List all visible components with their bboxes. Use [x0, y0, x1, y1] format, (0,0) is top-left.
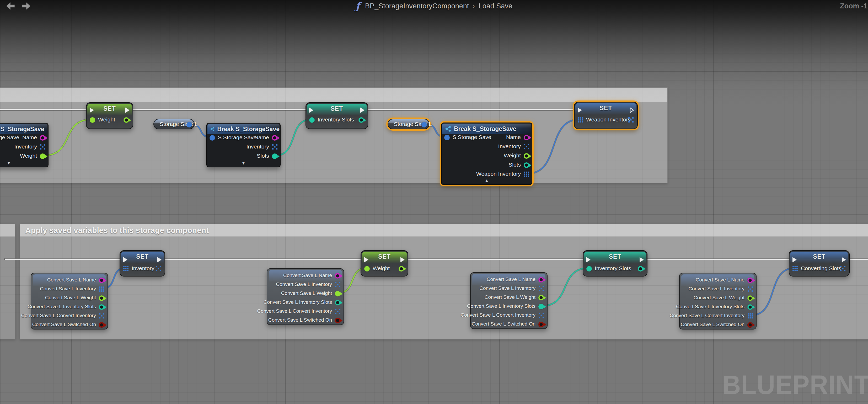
pin-bool[interactable] [747, 322, 753, 328]
pin-array[interactable] [539, 286, 544, 291]
pin-float[interactable] [538, 295, 544, 300]
set-weight-bottom[interactable]: SETWeight [361, 250, 408, 277]
collapse-node-icon[interactable]: ▲ [442, 178, 532, 183]
get-convert-save-a[interactable]: Convert Save L NameConvert Save L Invent… [31, 273, 108, 330]
set-inventory-slots-top[interactable]: SETInventory Slots [306, 102, 368, 129]
exec-in-pin[interactable] [309, 107, 314, 114]
pin-array[interactable] [840, 266, 845, 271]
pin-array[interactable] [272, 144, 277, 150]
pin-int[interactable] [99, 304, 104, 310]
pin-array[interactable] [524, 144, 529, 149]
pin-array[interactable] [539, 313, 544, 318]
output-pin-label: Name [506, 134, 521, 141]
break-storagesave-left[interactable]: Break S_StorageSaveS Storage SaveNameInv… [0, 123, 49, 167]
expand-node-icon[interactable]: ▼ [0, 160, 48, 166]
property-label: Weight [98, 117, 115, 123]
pin-bool[interactable] [335, 318, 340, 323]
pin-float-connected[interactable] [90, 117, 95, 123]
exec-out-pin[interactable] [841, 256, 846, 264]
exec-out-pin[interactable] [400, 256, 405, 264]
pin-name[interactable] [747, 278, 753, 283]
exec-in-pin[interactable] [89, 107, 94, 114]
set-inventory-bottom[interactable]: SETInventory [120, 250, 165, 277]
pin-int[interactable] [359, 117, 364, 123]
pin-name[interactable] [40, 135, 45, 141]
exec-out-pin[interactable] [125, 107, 130, 114]
get-convert-save-b[interactable]: Convert Save L NameConvert Save L Invent… [267, 268, 344, 325]
getter-output-label: Convert Save L Switched On [268, 317, 332, 323]
exec-in-pin[interactable] [577, 107, 582, 114]
break-storagesave-selected[interactable]: Break S_StorageSaveS Storage SaveNameInv… [441, 123, 532, 185]
set-inventory-slots-bottom[interactable]: SETInventory Slots [583, 250, 647, 277]
function-icon: ƒ [355, 0, 360, 12]
pin-int-connected[interactable] [309, 117, 315, 123]
pin-object-connected[interactable] [444, 135, 450, 141]
pin-int[interactable] [747, 304, 753, 310]
pin-array-connected[interactable] [748, 313, 753, 318]
expand-node-icon[interactable]: ▼ [207, 160, 280, 166]
pin-float[interactable] [747, 296, 753, 301]
exec-out-pin[interactable] [360, 107, 365, 114]
pin-array[interactable] [628, 117, 633, 123]
pin-name[interactable] [524, 135, 529, 141]
comment-top-strip[interactable] [0, 87, 668, 183]
variable-output-pin[interactable] [186, 122, 192, 127]
pin-bool[interactable] [538, 322, 544, 327]
get-convert-save-d[interactable]: Convert Save L NameConvert Save L Invent… [679, 273, 756, 330]
pin-array[interactable] [99, 313, 104, 318]
comment-header[interactable] [0, 224, 15, 237]
get-storage-save-l-2[interactable]: Storage Save L [388, 119, 430, 129]
pin-int[interactable] [335, 300, 340, 305]
break-storagesave-mid[interactable]: Break S_StorageSaveS Storage SaveNameInv… [206, 123, 281, 167]
pin-array[interactable] [156, 266, 161, 271]
get-convert-save-c[interactable]: Convert Save L NameConvert Save L Invent… [470, 272, 548, 329]
pin-array-connected[interactable] [99, 286, 104, 292]
exec-in-pin[interactable] [364, 256, 369, 264]
blueprint-graph-canvas[interactable]: Apply saved variables to this storage co… [0, 0, 868, 404]
set-weight-top[interactable]: SETWeight [86, 102, 133, 129]
pin-float-connected[interactable] [40, 153, 45, 159]
exec-out-pin[interactable] [639, 256, 644, 264]
comment-header[interactable] [0, 88, 668, 102]
exec-in-pin[interactable] [586, 256, 591, 264]
pin-float[interactable] [124, 117, 129, 123]
set-converting-slots[interactable]: SETConverting Slots [789, 250, 850, 277]
exec-in-pin[interactable] [792, 256, 797, 264]
pin-int[interactable] [638, 266, 643, 272]
pin-array-connected[interactable] [793, 266, 798, 271]
pin-array-connected[interactable] [578, 117, 583, 123]
pin-float-connected[interactable] [335, 291, 340, 297]
pin-name[interactable] [272, 135, 277, 141]
pin-bool[interactable] [99, 322, 104, 328]
pin-int[interactable] [524, 162, 529, 168]
pin-name[interactable] [538, 277, 544, 283]
comment-left-sliver[interactable] [0, 224, 16, 339]
variable-output-pin[interactable] [422, 122, 427, 127]
break-node-header: Break S_StorageSave [442, 124, 531, 134]
exec-in-pin[interactable] [123, 256, 128, 264]
pin-array[interactable] [335, 282, 340, 287]
exec-out-pin[interactable] [157, 256, 162, 264]
pin-object-connected[interactable] [210, 135, 215, 141]
pin-float[interactable] [524, 153, 529, 159]
blueprint-watermark: BLUEPRINT [722, 370, 868, 400]
pin-array[interactable] [748, 286, 753, 292]
breadcrumb-current[interactable]: Load Save [478, 2, 513, 10]
pin-array[interactable] [40, 144, 45, 150]
pin-int-connected[interactable] [538, 304, 544, 309]
set-weapon-inventory[interactable]: SETWeapon Inventory [574, 102, 638, 129]
pin-array-connected[interactable] [524, 172, 529, 177]
breadcrumb-root[interactable]: BP_StorageInventoryComponent [365, 2, 469, 10]
pin-float[interactable] [399, 266, 404, 272]
pin-name[interactable] [335, 273, 340, 279]
pin-name[interactable] [99, 278, 104, 283]
pin-array-connected[interactable] [123, 266, 128, 271]
pin-array[interactable] [335, 309, 340, 314]
pin-int-connected[interactable] [586, 266, 592, 272]
get-storage-save-l-1[interactable]: Storage Save L [153, 119, 194, 129]
pin-float[interactable] [99, 296, 104, 301]
pin-float-connected[interactable] [364, 266, 370, 272]
pin-int-connected[interactable] [272, 153, 277, 159]
exec-out-pin[interactable] [629, 107, 634, 114]
comment-header[interactable]: Apply saved variables to this storage co… [20, 224, 868, 237]
